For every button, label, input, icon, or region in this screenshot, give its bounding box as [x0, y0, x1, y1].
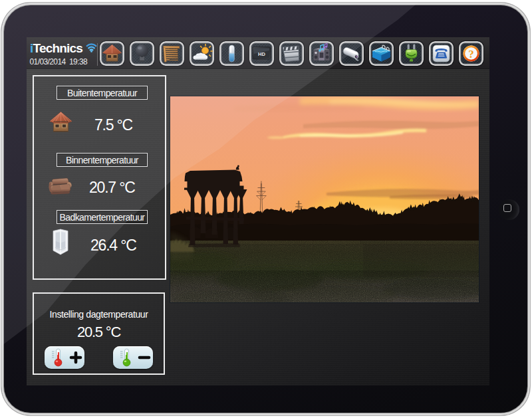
svg-text:?: ?: [468, 48, 474, 60]
svg-text:HD: HD: [258, 51, 265, 57]
